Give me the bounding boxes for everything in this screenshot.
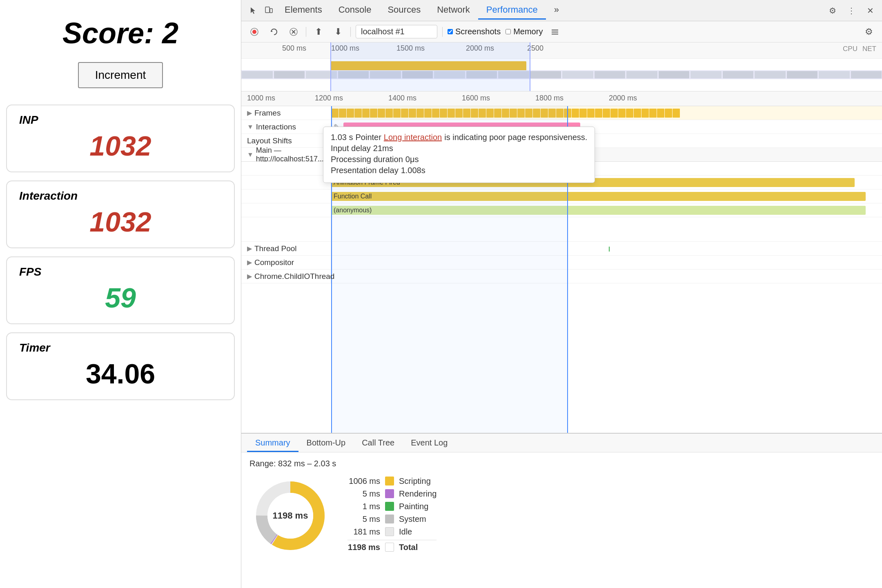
anonymous-bar[interactable]: (anonymous) bbox=[331, 206, 866, 215]
upload-button[interactable]: ⬆ bbox=[311, 24, 326, 39]
flame-chart-body[interactable]: ▶ Frames bbox=[241, 106, 882, 433]
flame-tick-1000: 1000 ms bbox=[247, 94, 275, 102]
cpu-label: CPU bbox=[843, 45, 858, 53]
anonymous-row: (anonymous) bbox=[241, 203, 882, 217]
layout-shifts-track-label[interactable]: Layout Shifts bbox=[241, 134, 331, 147]
memory-label: Memory bbox=[513, 27, 543, 36]
compositor-label[interactable]: ▶ Compositor bbox=[241, 256, 331, 269]
record-button[interactable] bbox=[247, 24, 262, 39]
child-io-arrow[interactable]: ▶ bbox=[247, 272, 252, 280]
more-options-icon[interactable]: ⋮ bbox=[844, 3, 859, 18]
legend-rendering-name: Rendering bbox=[399, 489, 437, 499]
tooltip-link[interactable]: Long interaction bbox=[384, 133, 442, 142]
svg-rect-7 bbox=[552, 29, 558, 31]
frame-block bbox=[548, 109, 556, 118]
flame-tick-1800: 1800 ms bbox=[535, 94, 564, 102]
fps-value: 59 bbox=[19, 282, 222, 314]
tooltip-input-delay-value: 21ms bbox=[373, 144, 393, 153]
function-call-label-spacer bbox=[241, 189, 331, 203]
interactions-track-label[interactable]: ▼ Interactions bbox=[241, 120, 331, 134]
frame-block bbox=[556, 109, 564, 118]
inp-label: INP bbox=[19, 114, 222, 127]
tab-sources[interactable]: Sources bbox=[379, 1, 429, 20]
capture-settings-icon[interactable] bbox=[548, 24, 562, 39]
frame-block bbox=[416, 109, 424, 118]
device-icon[interactable] bbox=[261, 3, 276, 18]
flame-chart-container: 1000 ms 1200 ms 1400 ms 1600 ms 1800 ms … bbox=[241, 91, 882, 433]
url-selector[interactable]: localhost #1 bbox=[356, 25, 437, 38]
compositor-content bbox=[331, 256, 882, 269]
svg-point-3 bbox=[252, 30, 256, 34]
function-call-content[interactable]: Function Call bbox=[331, 189, 882, 203]
tab-performance[interactable]: Performance bbox=[478, 1, 546, 20]
anonymous-content[interactable]: (anonymous) bbox=[331, 203, 882, 217]
legend-idle-name: Idle bbox=[399, 527, 412, 537]
compositor-arrow[interactable]: ▶ bbox=[247, 258, 252, 266]
legend-rendering: 5 ms Rendering bbox=[347, 489, 437, 499]
legend-painting: 1 ms Painting bbox=[347, 502, 437, 511]
frame-block bbox=[409, 109, 416, 118]
tab-bottom-up[interactable]: Bottom-Up bbox=[298, 435, 354, 452]
frame-block bbox=[634, 109, 641, 118]
reload-record-button[interactable] bbox=[267, 24, 281, 39]
legend-scripting-value: 1006 ms bbox=[347, 477, 380, 486]
frames-track-label[interactable]: ▶ Frames bbox=[241, 106, 331, 120]
tooltip-desc: is indicating poor page responsiveness. bbox=[444, 133, 587, 142]
svg-rect-8 bbox=[552, 31, 558, 33]
tab-console[interactable]: Console bbox=[330, 1, 380, 20]
frame-block bbox=[401, 109, 408, 118]
net-label: NET bbox=[862, 45, 876, 53]
left-panel: Score: 2 Increment INP 1032 Interaction … bbox=[0, 0, 241, 588]
timer-card: Timer 34.06 bbox=[6, 332, 235, 400]
frame-block bbox=[339, 109, 346, 118]
tab-more[interactable]: » bbox=[546, 1, 567, 20]
tab-call-tree[interactable]: Call Tree bbox=[354, 435, 403, 452]
main-thread-label[interactable]: ▼ Main — http://localhost:517... bbox=[241, 148, 331, 161]
inp-value: 1032 bbox=[19, 130, 222, 162]
child-io-label-text: Chrome.ChildIOThread bbox=[254, 272, 334, 281]
frame-block bbox=[463, 109, 470, 118]
main-expand-arrow[interactable]: ▼ bbox=[247, 151, 254, 158]
legend-rendering-value: 5 ms bbox=[347, 489, 380, 499]
settings-icon[interactable]: ⚙ bbox=[825, 3, 840, 18]
legend-idle-value: 181 ms bbox=[347, 527, 380, 537]
tab-network[interactable]: Network bbox=[429, 1, 478, 20]
screenshots-checkbox[interactable] bbox=[448, 29, 453, 34]
memory-checkbox[interactable] bbox=[506, 29, 511, 34]
frame-block bbox=[432, 109, 439, 118]
empty-row-1-content bbox=[331, 217, 882, 241]
frames-content bbox=[331, 106, 882, 120]
thread-pool-arrow[interactable]: ▶ bbox=[247, 245, 252, 252]
perf-settings-icon[interactable]: ⚙ bbox=[862, 24, 876, 39]
thread-pool-label[interactable]: ▶ Thread Pool bbox=[241, 242, 331, 255]
bottom-tab-bar: Summary Bottom-Up Call Tree Event Log bbox=[241, 434, 882, 452]
timeline-overview[interactable]: 500 ms 1000 ms 1500 ms 2000 ms 2500 CPU … bbox=[241, 42, 882, 91]
download-button[interactable]: ⬇ bbox=[331, 24, 345, 39]
child-io-label[interactable]: ▶ Chrome.ChildIOThread bbox=[241, 270, 331, 283]
legend-total: 1198 ms Total bbox=[347, 540, 437, 552]
devtools-tab-bar: Elements Console Sources Network Perform… bbox=[241, 0, 882, 21]
frame-block bbox=[385, 109, 393, 118]
flame-tick-2000: 2000 ms bbox=[609, 94, 637, 102]
function-call-bar[interactable]: Function Call bbox=[331, 192, 866, 201]
clear-button[interactable] bbox=[286, 24, 301, 39]
tab-event-log[interactable]: Event Log bbox=[403, 435, 456, 452]
frame-block bbox=[673, 109, 680, 118]
tab-elements[interactable]: Elements bbox=[276, 1, 330, 20]
increment-button[interactable]: Increment bbox=[78, 62, 163, 88]
cursor-icon[interactable] bbox=[245, 3, 261, 18]
frame-block bbox=[525, 109, 532, 118]
toolbar-divider-3 bbox=[442, 27, 443, 37]
frames-expand-arrow[interactable]: ▶ bbox=[247, 109, 252, 117]
tooltip-type: Pointer bbox=[355, 133, 381, 142]
frame-block bbox=[331, 109, 339, 118]
frame-block bbox=[641, 109, 649, 118]
tab-summary[interactable]: Summary bbox=[247, 435, 298, 452]
toolbar-divider-2 bbox=[350, 27, 351, 37]
frame-block bbox=[510, 109, 517, 118]
frame-block bbox=[362, 109, 370, 118]
frame-block bbox=[378, 109, 385, 118]
frame-block bbox=[424, 109, 432, 118]
close-icon[interactable]: ✕ bbox=[862, 3, 878, 18]
interactions-expand-arrow[interactable]: ▼ bbox=[247, 123, 254, 131]
